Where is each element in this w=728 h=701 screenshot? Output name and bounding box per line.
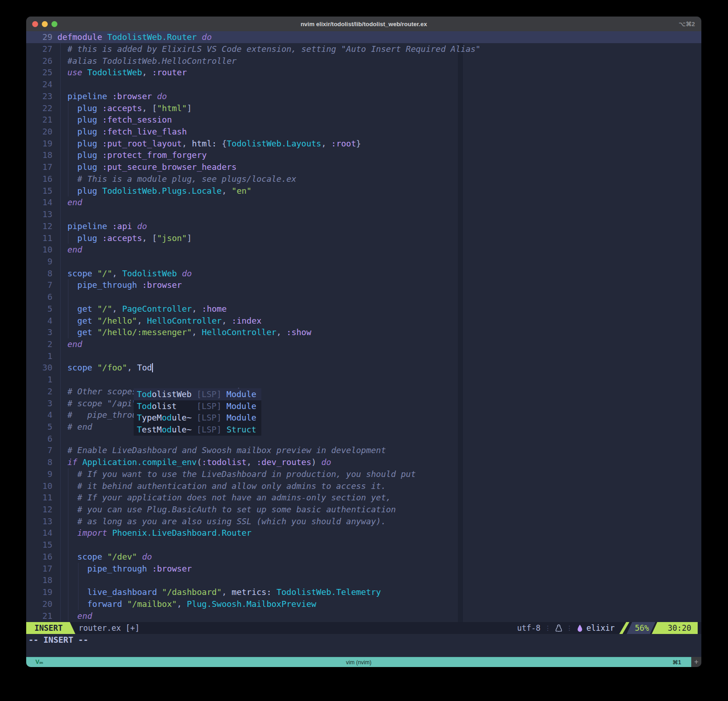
line-number: 22 bbox=[26, 102, 57, 114]
line-number: 16 bbox=[26, 173, 57, 185]
indent-guide bbox=[68, 149, 68, 161]
line-number: 17 bbox=[26, 161, 57, 173]
line-number: 14 bbox=[26, 527, 57, 539]
line-number: 15 bbox=[26, 185, 57, 197]
line-number: 12 bbox=[26, 504, 57, 516]
filetype-label: elixir bbox=[587, 623, 615, 633]
code-rows: 27 # this is added by ElixirLS VS Code e… bbox=[26, 43, 701, 622]
indent-guide bbox=[68, 492, 68, 504]
code-text: plug TodolistWeb.Plugs.Locale, "en" bbox=[57, 185, 701, 197]
scroll-percent: 56% bbox=[626, 622, 655, 634]
code-text bbox=[57, 374, 701, 386]
indent-guide bbox=[60, 326, 61, 338]
indent-guide bbox=[68, 539, 68, 551]
completion-item[interactable]: TestModule~ [LSP] Struct bbox=[134, 424, 261, 436]
completion-kind: Module bbox=[226, 413, 256, 422]
code-line: 12 pipeline :api do bbox=[26, 220, 701, 232]
code-text: pipe_through :browser bbox=[57, 563, 701, 575]
indent-guide bbox=[60, 43, 61, 55]
indent-guide bbox=[68, 586, 68, 598]
titlebar[interactable]: nvim elixir/todolist/lib/todolist_web/ro… bbox=[26, 17, 701, 31]
code-text bbox=[57, 79, 701, 90]
code-line: 5 get "/", PageController, :home bbox=[26, 303, 701, 315]
line-number: 26 bbox=[26, 55, 57, 67]
indent-guide bbox=[60, 374, 61, 386]
code-text: get "/hello", HelloController, :index bbox=[57, 315, 701, 327]
indent-guide bbox=[60, 291, 61, 303]
indent-guide bbox=[60, 598, 61, 610]
code-line: 11 plug :accepts, ["json"] bbox=[26, 232, 701, 244]
indent-guide bbox=[60, 456, 61, 468]
line-number: 30 bbox=[26, 362, 57, 374]
line-number: 29 bbox=[26, 31, 57, 43]
code-text: # If you want to use the LiveDashboard i… bbox=[57, 468, 701, 480]
code-line: 18 bbox=[26, 574, 701, 586]
line-number: 5 bbox=[26, 421, 57, 433]
code-text: scope "/foo", Tod bbox=[57, 362, 701, 374]
code-line: 20 plug :fetch_live_flash bbox=[26, 126, 701, 138]
indent-guide bbox=[60, 480, 61, 492]
completion-item[interactable]: Todolist [LSP] Module bbox=[134, 400, 261, 412]
line-number: 1 bbox=[26, 374, 57, 386]
completion-kind: Module bbox=[226, 389, 256, 399]
code-line: 14 import Phoenix.LiveDashboard.Router bbox=[26, 527, 701, 539]
code-text: # This is a module plug, see plugs/local… bbox=[57, 173, 701, 185]
line-number: 13 bbox=[26, 516, 57, 527]
mode-indicator: INSERT bbox=[26, 622, 75, 634]
line-number: 4 bbox=[26, 315, 57, 327]
insert-cursor bbox=[152, 363, 153, 372]
code-line: 14 end bbox=[26, 196, 701, 208]
indent-guide bbox=[78, 563, 79, 575]
indent-guide bbox=[60, 362, 61, 374]
code-line: 30 scope "/foo", Tod bbox=[26, 362, 701, 374]
line-number: 20 bbox=[26, 126, 57, 138]
line-number: 8 bbox=[26, 456, 57, 468]
tab-shortcut: ⌘1 bbox=[672, 659, 681, 666]
statusline-right: utf-8 ⋮ ⋮ elixir 56% 30:20 bbox=[517, 622, 701, 634]
code-text: plug :fetch_session bbox=[57, 114, 701, 126]
indent-guide bbox=[60, 196, 61, 208]
completion-source: [LSP] bbox=[197, 413, 221, 422]
line-number: 2 bbox=[26, 338, 57, 350]
indent-guide bbox=[60, 338, 61, 350]
indent-guide bbox=[60, 433, 61, 445]
new-tab-button[interactable]: + bbox=[691, 657, 701, 667]
completion-item[interactable]: TypeModule~ [LSP] Module bbox=[134, 412, 261, 424]
code-line: 16 scope "/dev" do bbox=[26, 551, 701, 563]
indent-guide bbox=[68, 315, 68, 327]
line-number: 11 bbox=[26, 232, 57, 244]
indent-guide bbox=[60, 90, 61, 102]
window-shortcut: ⌥⌘2 bbox=[679, 21, 695, 28]
code-text: plug :put_secure_browser_headers bbox=[57, 161, 701, 173]
editor-area[interactable]: 29defmodule TodolistWeb.Router do 27 # t… bbox=[26, 31, 701, 651]
treesitter-context-line: 29defmodule TodolistWeb.Router do bbox=[26, 31, 701, 43]
indent-guide bbox=[60, 551, 61, 563]
indent-guide bbox=[60, 79, 61, 90]
line-number: 9 bbox=[26, 256, 57, 268]
code-text: scope "/", TodolistWeb do bbox=[57, 268, 701, 280]
code-text: plug :fetch_live_flash bbox=[57, 126, 701, 138]
indent-guide bbox=[60, 114, 61, 126]
tab-vim[interactable]: Vim vim (nvim) ⌘1 bbox=[26, 657, 691, 667]
completion-item[interactable]: TodolistWeb [LSP] Module bbox=[134, 388, 261, 400]
os-linux-icon bbox=[555, 624, 562, 632]
line-number: 18 bbox=[26, 574, 57, 586]
indent-guide bbox=[68, 480, 68, 492]
code-line: 7 # Enable LiveDashboard and Swoosh mail… bbox=[26, 444, 701, 456]
indent-guide bbox=[60, 386, 61, 398]
indent-guide bbox=[60, 563, 61, 575]
code-line: 10 end bbox=[26, 244, 701, 256]
indent-guide bbox=[60, 55, 61, 67]
code-line: 23 pipeline :browser do bbox=[26, 90, 701, 102]
indent-guide bbox=[68, 232, 68, 244]
code-line: 3 get "/hello/:messenger", HelloControll… bbox=[26, 326, 701, 338]
completion-source: [LSP] bbox=[197, 425, 221, 434]
code-text: end bbox=[57, 338, 701, 350]
indent-guide bbox=[68, 161, 68, 173]
statusline: INSERT router.ex [+] utf-8 ⋮ ⋮ elixir 56… bbox=[26, 622, 701, 634]
code-text: get "/", PageController, :home bbox=[57, 303, 701, 315]
indent-guide bbox=[78, 598, 79, 610]
indent-guide bbox=[60, 173, 61, 185]
code-line: 13 bbox=[26, 208, 701, 220]
completion-source: [LSP] bbox=[197, 401, 221, 411]
